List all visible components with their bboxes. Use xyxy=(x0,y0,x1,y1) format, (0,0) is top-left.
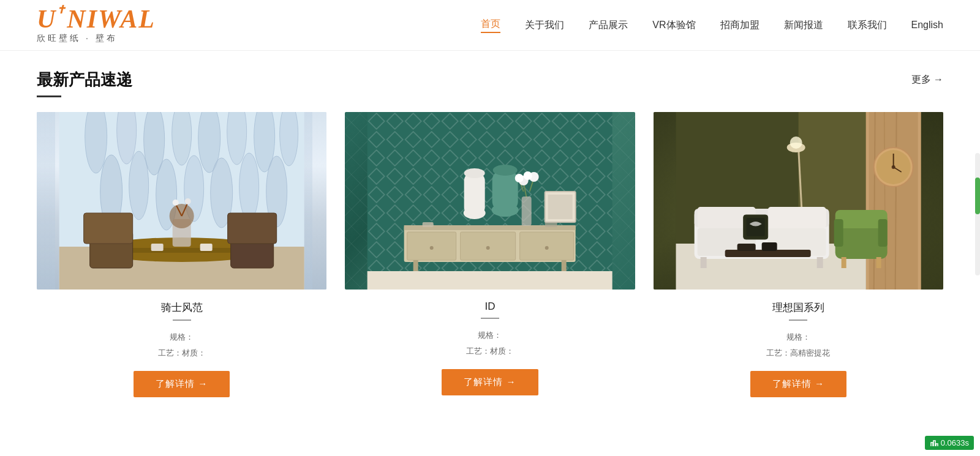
product-card-2: ID 规格： 工艺：材质： 了解详情 → xyxy=(345,112,635,397)
product-image-1[interactable] xyxy=(37,112,326,290)
svg-rect-59 xyxy=(423,222,434,227)
svg-rect-90 xyxy=(737,244,755,251)
svg-rect-91 xyxy=(761,242,777,251)
product-divider-2 xyxy=(481,318,499,319)
scrollbar-thumb xyxy=(975,178,980,214)
svg-rect-42 xyxy=(413,260,418,272)
logo-brand: U✝NIWAL xyxy=(37,6,156,32)
detail-button-1[interactable]: 了解详情 → xyxy=(134,371,230,397)
product-craft-row-2: 工艺：材质： xyxy=(466,343,514,359)
product-grid: 骑士风范 规格： 工艺：材质： 了解详情 → xyxy=(37,112,943,397)
svg-point-99 xyxy=(790,136,802,149)
nav-item-news[interactable]: 新闻报道 xyxy=(784,19,823,32)
perf-icon xyxy=(930,439,938,447)
product-spec-row-2: 规格： xyxy=(466,327,514,343)
product-specs-1: 规格： 工艺：材质： xyxy=(158,329,206,361)
svg-rect-62 xyxy=(548,195,573,219)
product-divider-1 xyxy=(173,320,191,321)
svg-rect-82 xyxy=(746,218,764,236)
product-card-3: 理想国系列 规格： 工艺：高精密提花 了解详情 → xyxy=(654,112,943,397)
svg-rect-46 xyxy=(464,173,485,215)
nav-item-about[interactable]: 关于我们 xyxy=(525,19,564,32)
svg-rect-58 xyxy=(522,196,532,226)
title-underline xyxy=(37,95,61,97)
nav-item-english[interactable]: English xyxy=(911,20,943,31)
svg-rect-49 xyxy=(492,170,518,211)
product-name-2: ID xyxy=(484,301,495,313)
svg-rect-20 xyxy=(84,213,133,244)
svg-rect-43 xyxy=(562,260,567,272)
detail-button-2[interactable]: 了解详情 → xyxy=(442,369,538,395)
svg-rect-29 xyxy=(151,244,164,251)
svg-rect-86 xyxy=(878,219,887,247)
perf-value: 0.0633s xyxy=(941,438,969,447)
product-name-1: 骑士风范 xyxy=(161,301,203,315)
svg-point-57 xyxy=(524,171,532,180)
svg-point-14 xyxy=(239,153,259,220)
svg-point-39 xyxy=(430,246,434,250)
scrollbar[interactable] xyxy=(975,153,980,275)
main-content: 最新产品速递 更多 → xyxy=(0,51,980,416)
product-craft-row-3: 工艺：高精密提花 xyxy=(766,345,830,361)
svg-rect-44 xyxy=(368,271,612,290)
header: U✝NIWAL 欣旺壁纸 · 壁布 首页 关于我们 产品展示 VR体验馆 招商加… xyxy=(0,0,980,51)
nav-item-contact[interactable]: 联系我们 xyxy=(848,19,887,32)
svg-point-50 xyxy=(493,165,518,176)
svg-point-26 xyxy=(173,200,179,206)
svg-rect-76 xyxy=(767,207,826,228)
nav-item-products[interactable]: 产品展示 xyxy=(589,19,628,32)
svg-rect-87 xyxy=(841,257,846,268)
svg-point-40 xyxy=(486,246,490,250)
svg-rect-22 xyxy=(228,213,277,244)
product-craft-row-1: 工艺：材质： xyxy=(158,345,206,361)
logo-area[interactable]: U✝NIWAL 欣旺壁纸 · 壁布 xyxy=(37,6,156,44)
product-specs-2: 规格： 工艺：材质： xyxy=(466,327,514,359)
section-title: 最新产品速递 xyxy=(37,69,132,91)
svg-rect-85 xyxy=(834,219,843,247)
product-spec-row-1: 规格： xyxy=(158,329,206,345)
nav-item-vr[interactable]: VR体验馆 xyxy=(652,19,695,32)
logo-subtitle: 欣旺壁纸 · 壁布 xyxy=(37,33,118,44)
svg-point-10 xyxy=(129,151,149,220)
svg-point-55 xyxy=(515,174,524,182)
more-link[interactable]: 更多 → xyxy=(911,73,943,86)
svg-point-41 xyxy=(545,246,549,250)
product-divider-3 xyxy=(789,320,807,321)
svg-rect-80 xyxy=(816,257,823,268)
detail-button-3[interactable]: 了解详情 → xyxy=(750,371,846,397)
product-image-2[interactable] xyxy=(345,112,635,290)
svg-point-8 xyxy=(280,112,298,166)
nav-item-home[interactable]: 首页 xyxy=(481,18,500,33)
svg-rect-79 xyxy=(700,257,706,268)
product-spec-row-3: 规格： xyxy=(766,329,830,345)
nav-item-franchise[interactable]: 招商加盟 xyxy=(720,19,760,32)
product-name-3: 理想国系列 xyxy=(772,301,824,315)
product-card-1: 骑士风范 规格： 工艺：材质： 了解详情 → xyxy=(37,112,326,397)
performance-badge: 0.0633s xyxy=(925,436,974,450)
main-nav: 首页 关于我们 产品展示 VR体验馆 招商加盟 新闻报道 联系我们 Englis… xyxy=(481,18,943,33)
product-image-3[interactable] xyxy=(654,112,943,290)
svg-point-28 xyxy=(185,198,191,204)
svg-rect-88 xyxy=(876,257,881,268)
product-specs-3: 规格： 工艺：高精密提花 xyxy=(766,329,830,361)
svg-point-47 xyxy=(464,168,485,178)
section-header: 最新产品速递 更多 → xyxy=(37,69,943,91)
svg-rect-30 xyxy=(200,244,213,251)
